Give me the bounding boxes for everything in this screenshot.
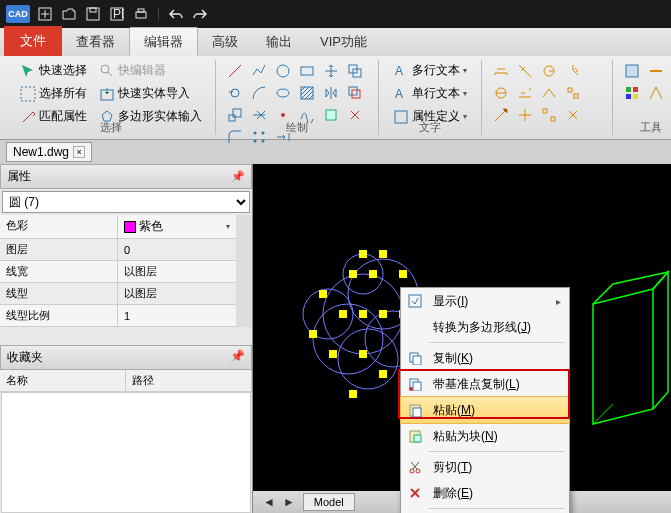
import-solid-button[interactable]: 快速实体导入	[95, 83, 194, 104]
arc-icon[interactable]	[250, 84, 268, 102]
svg-point-24	[254, 140, 257, 143]
prop-key: 色彩	[0, 215, 118, 238]
open-icon[interactable]	[60, 5, 78, 23]
dim2-icon[interactable]	[516, 62, 534, 80]
svg-rect-68	[413, 408, 421, 417]
ctx-copy-base[interactable]: 带基准点复制(L)	[401, 371, 569, 397]
ribbon-label-text: 文字	[379, 120, 481, 135]
svg-rect-55	[329, 350, 337, 358]
svg-rect-37	[633, 94, 638, 99]
dim8-icon[interactable]	[564, 84, 582, 102]
dim6-icon[interactable]	[516, 84, 534, 102]
prop-value[interactable]: 以图层	[118, 283, 236, 304]
new-icon[interactable]	[36, 5, 54, 23]
ctx-paste-block[interactable]: 粘贴为块(N)	[401, 423, 569, 449]
paste-block-icon	[405, 427, 425, 445]
svg-rect-16	[349, 87, 357, 95]
select-all-button[interactable]: 选择所有	[16, 83, 91, 104]
tab-next-icon[interactable]: ►	[283, 495, 295, 509]
menu-file[interactable]: 文件	[4, 26, 62, 56]
dim3-icon[interactable]	[540, 62, 558, 80]
dim5-icon[interactable]	[492, 84, 510, 102]
context-menu: 显示(I)▸ 转换为多边形线(J) 复制(K) 带基准点复制(L) 粘贴(M) …	[400, 287, 570, 513]
svg-rect-54	[309, 330, 317, 338]
mtext-button[interactable]: A多行文本▾	[389, 60, 471, 81]
stext-button[interactable]: A单行文本▾	[389, 83, 471, 104]
svg-rect-57	[379, 370, 387, 378]
ctx-cut[interactable]: 剪切(T)	[401, 454, 569, 480]
svg-rect-35	[633, 87, 638, 92]
ctx-copy[interactable]: 复制(K)	[401, 345, 569, 371]
pin-icon[interactable]: 📌	[230, 349, 245, 366]
svg-point-10	[277, 65, 289, 77]
prop-key: 线宽	[0, 261, 118, 282]
dim10-icon[interactable]	[516, 106, 534, 124]
tool1-icon[interactable]	[623, 62, 641, 80]
svg-rect-1	[87, 8, 99, 20]
ellipse-icon[interactable]	[274, 84, 292, 102]
svg-rect-45	[359, 250, 367, 258]
model-tab[interactable]: Model	[303, 493, 355, 511]
mirror-icon[interactable]	[322, 84, 340, 102]
ctx-to-polyline[interactable]: 转换为多边形线(J)	[401, 314, 569, 340]
favorites-body	[1, 392, 251, 513]
svg-rect-8	[21, 87, 35, 101]
rect-icon[interactable]	[298, 62, 316, 80]
dim9-icon[interactable]	[492, 106, 510, 124]
selection-dropdown[interactable]: 圆 (7)	[2, 191, 250, 213]
ctx-delete[interactable]: 删除(E)	[401, 480, 569, 506]
color-swatch[interactable]	[124, 221, 136, 233]
dim12-icon[interactable]	[564, 106, 582, 124]
svg-rect-32	[574, 94, 578, 98]
tool4-icon[interactable]	[647, 84, 665, 102]
pin-icon[interactable]: 📌	[231, 170, 245, 183]
menu-advanced[interactable]: 高级	[198, 28, 252, 56]
print-icon[interactable]	[132, 5, 150, 23]
tool3-icon[interactable]	[623, 84, 641, 102]
circle-icon[interactable]	[274, 62, 292, 80]
dim4-icon[interactable]	[564, 62, 582, 80]
tool2-icon[interactable]	[647, 62, 665, 80]
svg-rect-56	[359, 350, 367, 358]
prop-value[interactable]: 以图层	[118, 261, 236, 282]
ribbon: 快速选择 快编辑器 选择所有 快速实体导入 匹配属性 多边形实体输入 选择	[0, 56, 671, 140]
undo-icon[interactable]	[167, 5, 185, 23]
app-logo: CAD	[6, 5, 30, 23]
ctx-paste[interactable]: 粘贴(M)	[400, 396, 570, 424]
tab-prev-icon[interactable]: ◄	[263, 495, 275, 509]
svg-rect-51	[379, 310, 387, 318]
menu-editor[interactable]: 编辑器	[129, 27, 198, 56]
svg-rect-6	[138, 9, 144, 12]
copy-tool-icon[interactable]	[346, 62, 364, 80]
col-path[interactable]: 路径	[126, 370, 252, 391]
svg-text:A: A	[395, 87, 403, 101]
col-name[interactable]: 名称	[0, 370, 126, 391]
dim7-icon[interactable]	[540, 84, 558, 102]
redo-icon[interactable]	[191, 5, 209, 23]
quick-select-button[interactable]: 快速选择	[16, 60, 91, 81]
saveas-icon[interactable]: PDF	[108, 5, 126, 23]
dim1-icon[interactable]	[492, 62, 510, 80]
prop-value[interactable]: 紫色	[139, 218, 163, 235]
ribbon-label-tools: 工具	[613, 120, 671, 135]
polyline-icon[interactable]	[250, 62, 268, 80]
move-icon[interactable]	[322, 62, 340, 80]
document-tab[interactable]: New1.dwg ×	[6, 142, 92, 162]
hatch-icon[interactable]	[298, 84, 316, 102]
ctx-display[interactable]: 显示(I)▸	[401, 288, 569, 314]
dim11-icon[interactable]	[540, 106, 558, 124]
prop-value[interactable]: 1	[118, 305, 236, 326]
rotate-icon[interactable]	[226, 84, 244, 102]
menu-output[interactable]: 输出	[252, 28, 306, 56]
prop-value[interactable]: 0	[118, 239, 236, 260]
quick-edit-button[interactable]: 快编辑器	[95, 60, 170, 81]
scrollbar[interactable]	[236, 215, 252, 327]
menu-view[interactable]: 查看器	[62, 28, 129, 56]
line-icon[interactable]	[226, 62, 244, 80]
svg-point-72	[416, 469, 420, 473]
close-tab-icon[interactable]: ×	[73, 146, 85, 158]
menu-vip[interactable]: VIP功能	[306, 28, 381, 56]
save-icon[interactable]	[84, 5, 102, 23]
offset-icon[interactable]	[346, 84, 364, 102]
svg-rect-65	[413, 382, 421, 391]
